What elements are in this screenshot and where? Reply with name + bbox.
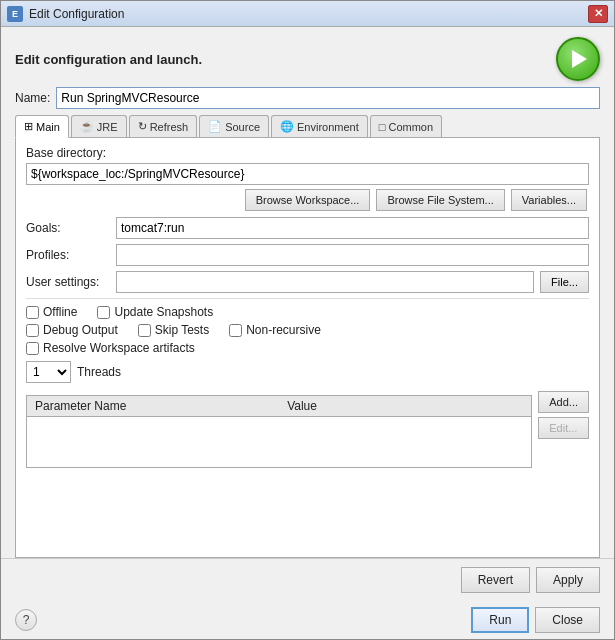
- name-row: Name:: [1, 87, 614, 115]
- skip-tests-label: Skip Tests: [155, 323, 209, 337]
- footer-run-button[interactable]: Run: [471, 607, 529, 633]
- user-settings-row: User settings: File...: [26, 271, 589, 293]
- tab-jre[interactable]: ☕ JRE: [71, 115, 127, 137]
- base-directory-section: Base directory: Browse Workspace... Brow…: [26, 146, 589, 211]
- skip-tests-checkbox-label[interactable]: Skip Tests: [138, 323, 209, 337]
- tab-content-inner: Base directory: Browse Workspace... Brow…: [16, 138, 599, 557]
- title-bar: E Edit Configuration ✕: [1, 1, 614, 27]
- update-snapshots-checkbox[interactable]: [97, 306, 110, 319]
- param-value-header: Value: [279, 399, 531, 413]
- parameters-table: Parameter Name Value: [26, 395, 532, 468]
- offline-label: Offline: [43, 305, 77, 319]
- bottom-bar: Revert Apply: [1, 558, 614, 601]
- page-title: Edit configuration and launch.: [15, 52, 202, 67]
- tab-environment[interactable]: 🌐 Environment: [271, 115, 368, 137]
- resolve-workspace-checkbox[interactable]: [26, 342, 39, 355]
- non-recursive-label: Non-recursive: [246, 323, 321, 337]
- tabs-bar: ⊞ Main ☕ JRE ↻ Refresh 📄 Source 🌐 Enviro…: [15, 115, 600, 138]
- tab-source[interactable]: 📄 Source: [199, 115, 269, 137]
- table-side-buttons: Add... Edit...: [532, 389, 589, 441]
- checkboxes-group: Offline Update Snapshots Debug Output Sk…: [26, 305, 589, 355]
- checkbox-row-2: Debug Output Skip Tests Non-recursive: [26, 323, 589, 337]
- update-snapshots-checkbox-label[interactable]: Update Snapshots: [97, 305, 213, 319]
- goals-label: Goals:: [26, 221, 116, 235]
- variables-button[interactable]: Variables...: [511, 189, 587, 211]
- browse-buttons-row: Browse Workspace... Browse File System..…: [26, 189, 589, 211]
- non-recursive-checkbox-label[interactable]: Non-recursive: [229, 323, 321, 337]
- name-input[interactable]: [56, 87, 600, 109]
- apply-button[interactable]: Apply: [536, 567, 600, 593]
- common-tab-icon: □: [379, 121, 386, 133]
- run-icon: [572, 50, 587, 68]
- env-tab-icon: 🌐: [280, 120, 294, 133]
- threads-row: 1 2 4 Threads: [26, 361, 589, 383]
- tab-common[interactable]: □ Common: [370, 115, 442, 137]
- base-directory-label: Base directory:: [26, 146, 589, 160]
- goals-row: Goals:: [26, 217, 589, 239]
- divider-1: [26, 298, 589, 299]
- user-settings-input[interactable]: [116, 271, 534, 293]
- threads-label: Threads: [77, 365, 121, 379]
- browse-filesystem-button[interactable]: Browse File System...: [376, 189, 504, 211]
- tab-refresh[interactable]: ↻ Refresh: [129, 115, 198, 137]
- refresh-tab-icon: ↻: [138, 120, 147, 133]
- param-name-header: Parameter Name: [27, 399, 279, 413]
- non-recursive-checkbox[interactable]: [229, 324, 242, 337]
- jre-tab-icon: ☕: [80, 120, 94, 133]
- threads-select[interactable]: 1 2 4: [26, 361, 71, 383]
- help-button[interactable]: ?: [15, 609, 37, 631]
- table-body: [27, 417, 531, 467]
- add-button[interactable]: Add...: [538, 391, 589, 413]
- update-snapshots-label: Update Snapshots: [114, 305, 213, 319]
- skip-tests-checkbox[interactable]: [138, 324, 151, 337]
- env-tab-label: Environment: [297, 121, 359, 133]
- common-tab-label: Common: [388, 121, 433, 133]
- name-label: Name:: [15, 91, 50, 105]
- resolve-workspace-label: Resolve Workspace artifacts: [43, 341, 195, 355]
- title-bar-left: E Edit Configuration: [7, 6, 124, 22]
- resolve-workspace-checkbox-label[interactable]: Resolve Workspace artifacts: [26, 341, 195, 355]
- offline-checkbox-label[interactable]: Offline: [26, 305, 77, 319]
- main-window: E Edit Configuration ✕ Edit configuratio…: [0, 0, 615, 640]
- profiles-input[interactable]: [116, 244, 589, 266]
- window-title: Edit Configuration: [29, 7, 124, 21]
- header-area: Edit configuration and launch.: [1, 27, 614, 87]
- goals-input[interactable]: [116, 217, 589, 239]
- table-header: Parameter Name Value: [27, 396, 531, 417]
- run-button[interactable]: [556, 37, 600, 81]
- tab-main[interactable]: ⊞ Main: [15, 115, 69, 138]
- browse-workspace-button[interactable]: Browse Workspace...: [245, 189, 371, 211]
- debug-output-checkbox[interactable]: [26, 324, 39, 337]
- tab-content: Base directory: Browse Workspace... Brow…: [15, 138, 600, 558]
- footer-bar: ? Run Close: [1, 601, 614, 639]
- revert-button[interactable]: Revert: [461, 567, 530, 593]
- profiles-label: Profiles:: [26, 248, 116, 262]
- base-directory-input[interactable]: [26, 163, 589, 185]
- edit-button[interactable]: Edit...: [538, 417, 589, 439]
- jre-tab-label: JRE: [97, 121, 118, 133]
- offline-checkbox[interactable]: [26, 306, 39, 319]
- debug-output-label: Debug Output: [43, 323, 118, 337]
- main-tab-icon: ⊞: [24, 120, 33, 133]
- debug-output-checkbox-label[interactable]: Debug Output: [26, 323, 118, 337]
- source-tab-icon: 📄: [208, 120, 222, 133]
- checkbox-row-1: Offline Update Snapshots: [26, 305, 589, 319]
- user-settings-label: User settings:: [26, 275, 116, 289]
- close-button[interactable]: ✕: [588, 5, 608, 23]
- footer-close-button[interactable]: Close: [535, 607, 600, 633]
- window-icon: E: [7, 6, 23, 22]
- checkbox-row-3: Resolve Workspace artifacts: [26, 341, 589, 355]
- profiles-row: Profiles:: [26, 244, 589, 266]
- main-tab-label: Main: [36, 121, 60, 133]
- source-tab-label: Source: [225, 121, 260, 133]
- refresh-tab-label: Refresh: [150, 121, 189, 133]
- footer-right: Run Close: [471, 607, 600, 633]
- file-button[interactable]: File...: [540, 271, 589, 293]
- parameters-table-wrapper: Parameter Name Value Add... Edit...: [26, 389, 589, 468]
